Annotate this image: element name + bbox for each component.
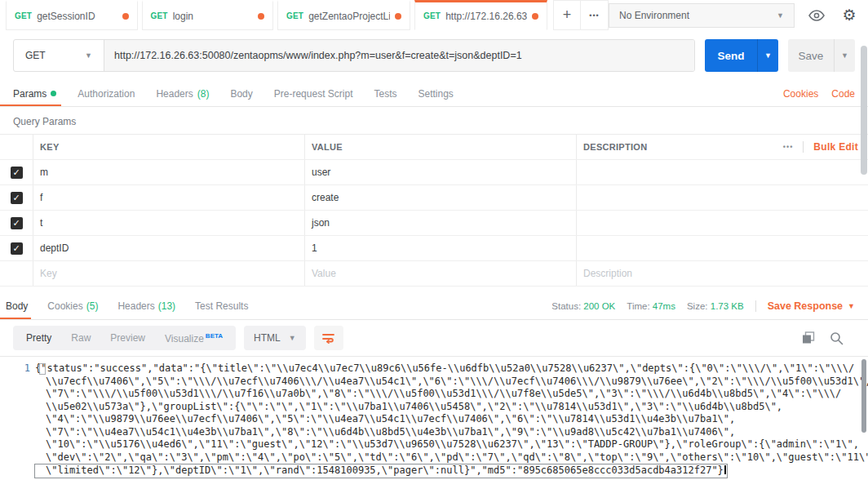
param-value-cell[interactable]: 1 bbox=[304, 236, 576, 260]
time-value: 47ms bbox=[653, 301, 675, 311]
param-description-placeholder[interactable]: Description bbox=[576, 261, 868, 286]
tab-options-button[interactable]: ••• bbox=[581, 1, 608, 29]
param-key-cell[interactable]: f bbox=[33, 185, 304, 210]
editor-scrollbar[interactable] bbox=[861, 359, 866, 433]
table-row: ✓ f create bbox=[0, 185, 868, 211]
environment-select[interactable]: No Environment ▼ bbox=[609, 3, 795, 28]
view-preview[interactable]: Preview bbox=[100, 332, 155, 344]
tab-response-cookies[interactable]: Cookies (5) bbox=[47, 292, 98, 319]
request-tab-login[interactable]: GET login bbox=[142, 0, 274, 30]
params-active-dot-icon bbox=[51, 91, 56, 96]
row-checkbox[interactable]: ✓ bbox=[11, 167, 23, 179]
tab-response-body[interactable]: Body bbox=[6, 292, 28, 319]
unsaved-dot-icon bbox=[122, 13, 129, 20]
description-column-header: DESCRIPTION ••• Bulk Edit bbox=[576, 135, 868, 159]
table-header-row: KEY VALUE DESCRIPTION ••• Bulk Edit bbox=[0, 135, 868, 160]
send-button[interactable]: Send bbox=[705, 39, 757, 72]
row-checkbox[interactable]: ✓ bbox=[11, 217, 23, 229]
tab-test-results[interactable]: Test Results bbox=[195, 292, 248, 319]
wrap-lines-button[interactable] bbox=[314, 326, 343, 350]
status-badge: Status: 200 OK bbox=[551, 301, 615, 311]
param-value-cell[interactable]: json bbox=[304, 211, 576, 235]
code-line: 1 {"status":"success","data":"{\"title\"… bbox=[0, 362, 868, 376]
tab-settings[interactable]: Settings bbox=[418, 81, 454, 106]
response-meta: Status: 200 OK Time: 47ms Size: 1.73 KB … bbox=[551, 300, 855, 312]
tab-response-headers[interactable]: Headers (13) bbox=[117, 292, 175, 319]
save-options-button[interactable]: ▼ bbox=[834, 39, 855, 72]
row-checkbox[interactable]: ✓ bbox=[11, 242, 23, 255]
environment-quick-look-button[interactable] bbox=[806, 5, 827, 26]
view-visualize[interactable]: VisualizeBETA bbox=[155, 332, 232, 344]
param-description-cell[interactable] bbox=[576, 236, 868, 260]
tab-label: Settings bbox=[418, 88, 454, 100]
response-action-icons bbox=[802, 331, 855, 345]
view-raw[interactable]: Raw bbox=[61, 332, 100, 344]
cookies-link[interactable]: Cookies bbox=[783, 88, 818, 100]
param-value-cell[interactable]: create bbox=[304, 185, 576, 210]
send-button-group: Send ▼ bbox=[705, 39, 778, 72]
request-sub-tabs: Params Authorization Headers (8) Body Pr… bbox=[0, 81, 868, 107]
send-options-button[interactable]: ▼ bbox=[757, 39, 778, 72]
tab-title: getSessionID bbox=[37, 11, 117, 22]
save-button-group: Save ▼ bbox=[788, 39, 855, 72]
response-body-editor[interactable]: 1 {"status":"success","data":"{\"title\"… bbox=[0, 356, 868, 480]
param-key-placeholder[interactable]: Key bbox=[33, 261, 304, 286]
response-view-controls: Pretty Raw Preview VisualizeBETA HTML ▼ bbox=[0, 320, 868, 356]
code-line: \"10\":\"\\u5176\\u4ed6\",\"11\":\"guest… bbox=[0, 438, 868, 451]
window-scrollbar[interactable] bbox=[861, 46, 867, 175]
tab-params[interactable]: Params bbox=[13, 81, 56, 106]
table-row-empty: Key Value Description bbox=[0, 261, 868, 287]
request-tab-active[interactable]: GET http://172.16.26.63:5... bbox=[414, 0, 547, 30]
size-badge: Size: 1.73 KB bbox=[687, 301, 744, 311]
tab-body[interactable]: Body bbox=[230, 81, 252, 106]
save-button[interactable]: Save bbox=[788, 39, 834, 72]
postman-app: GET getSessionID GET login GET getZentao… bbox=[0, 0, 868, 480]
tab-actions: + ••• bbox=[553, 0, 609, 30]
unsaved-dot-icon bbox=[258, 13, 264, 20]
save-response-button[interactable]: Save Response ▼ bbox=[768, 300, 855, 312]
chevron-down-icon: ▼ bbox=[841, 51, 848, 60]
param-key-cell[interactable]: m bbox=[33, 160, 304, 184]
request-tab-bar: GET getSessionID GET login GET getZentao… bbox=[0, 0, 868, 30]
tab-headers[interactable]: Headers (8) bbox=[156, 81, 209, 106]
param-value-placeholder[interactable]: Value bbox=[304, 261, 576, 286]
param-key-cell[interactable]: deptID bbox=[33, 236, 304, 260]
tab-label: Body bbox=[230, 88, 252, 100]
divider bbox=[755, 300, 756, 312]
chevron-down-icon: ▼ bbox=[289, 334, 296, 342]
view-pretty[interactable]: Pretty bbox=[16, 332, 61, 344]
param-value-cell[interactable]: user bbox=[304, 160, 576, 184]
search-button[interactable] bbox=[830, 331, 844, 345]
param-description-cell[interactable] bbox=[576, 185, 868, 210]
row-checkbox[interactable]: ✓ bbox=[11, 192, 23, 204]
param-description-cell[interactable] bbox=[576, 160, 868, 184]
code-link[interactable]: Code bbox=[831, 88, 855, 100]
param-key-cell[interactable]: t bbox=[33, 211, 304, 235]
tab-label: Body bbox=[6, 300, 28, 312]
url-input[interactable] bbox=[104, 40, 694, 71]
tab-tests[interactable]: Tests bbox=[374, 81, 396, 106]
size-value: 1.73 KB bbox=[711, 301, 744, 311]
settings-button[interactable]: ⚙ bbox=[839, 5, 860, 26]
request-tab-getzentaoprojectlist[interactable]: GET getZentaoProjectList bbox=[277, 0, 410, 30]
params-options-button[interactable]: ••• bbox=[783, 143, 793, 151]
tab-title: http://172.16.26.63:5... bbox=[445, 11, 527, 22]
param-description-cell[interactable] bbox=[576, 211, 868, 235]
copy-button[interactable] bbox=[802, 331, 815, 344]
code-text: \"10\":\"\\u5176\\u4ed6\",\"11\":\"guest… bbox=[35, 438, 859, 451]
http-method-select[interactable]: GET ▼ bbox=[14, 40, 104, 71]
request-tab-getsessionid[interactable]: GET getSessionID bbox=[6, 0, 138, 30]
format-value: HTML bbox=[254, 332, 281, 344]
code-text: \\u5e02\\u573a\"},\"groupList\":{\"\":\"… bbox=[35, 401, 782, 414]
tab-pre-request-script[interactable]: Pre-request Script bbox=[274, 81, 353, 106]
code-line: \"7\":\"\\u4ea7\\u54c1\\u4e3b\\u7ba1\",\… bbox=[0, 426, 868, 439]
method-badge: GET bbox=[151, 11, 168, 20]
new-tab-button[interactable]: + bbox=[554, 1, 581, 29]
method-badge: GET bbox=[286, 11, 303, 20]
bulk-edit-link[interactable]: Bulk Edit bbox=[813, 141, 858, 153]
code-line: \"7\":\"\\\/\\u5f00\\u53d1\\\/\\u7f16\\u… bbox=[0, 388, 868, 401]
table-row: ✓ t json bbox=[0, 211, 868, 236]
tab-authorization[interactable]: Authorization bbox=[78, 81, 135, 106]
format-select[interactable]: HTML ▼ bbox=[244, 326, 306, 350]
query-params-table: KEY VALUE DESCRIPTION ••• Bulk Edit ✓ m … bbox=[0, 134, 868, 287]
